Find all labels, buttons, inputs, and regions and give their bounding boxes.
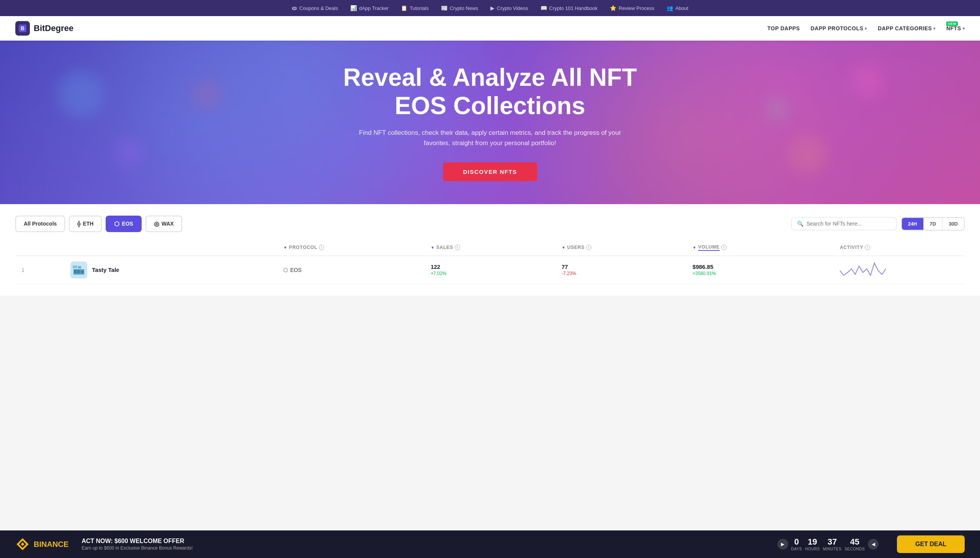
nft-name: Tasty Tale [92,267,119,273]
nft-thumbnail [70,262,87,279]
handbook-icon: 📖 [540,5,547,11]
dapp-protocols-chevron: ▾ [865,26,867,31]
svg-text:B: B [21,25,25,31]
users-info-icon[interactable]: i [586,245,591,250]
volume-info-icon[interactable]: i [721,245,726,250]
main-nav: B BitDegree TOP DAPPS DAPP PROTOCOLS ▾ D… [0,16,980,41]
nav-nfts[interactable]: NEW NFTS ▾ [946,25,965,31]
review-icon: ⭐ [610,5,616,11]
filter-wax[interactable]: ◎ WAX [146,216,182,232]
th-volume[interactable]: ▼ VOLUME i [686,240,834,256]
nft-table: ▼ PROTOCOL i ▼ SALES i ▼ USERS [15,240,965,284]
table-body: 1 Tasty Tale⬡EOS122+7.02%77-7.23%$986.85… [15,256,965,284]
hero-section: Reveal & Analyze All NFTEOS Collections … [0,41,980,204]
search-icon: 🔍 [797,221,803,227]
nav-dapp-protocols[interactable]: DAPP PROTOCOLS ▾ [810,25,867,31]
hero-title: Reveal & Analyze All NFTEOS Collections [343,64,636,120]
dapp-tracker-icon: 📊 [350,5,357,11]
controls-row: All Protocols ⟠ ETH ⬡ EOS ◎ WAX 🔍 24H [15,216,965,232]
top-nav: 🎟 Coupons & Deals 📊 dApp Tracker 📋 Tutor… [0,0,980,16]
filter-all-protocols[interactable]: All Protocols [15,216,65,232]
sales-sort-icon: ▼ [431,246,435,250]
nav-review-process[interactable]: ⭐ Review Process [610,5,654,11]
nav-about-label: About [675,5,688,11]
hero-bubble-3 [115,139,142,166]
right-controls: 🔍 24H 7D 30D [791,217,965,231]
logo-icon: B [15,21,30,36]
hero-bubble-4 [789,135,827,174]
nav-tutorials[interactable]: 📋 Tutorials [401,5,429,11]
svg-rect-8 [81,271,83,273]
time-btn-24h[interactable]: 24H [902,218,924,230]
protocol-filters: All Protocols ⟠ ETH ⬡ EOS ◎ WAX [15,216,182,232]
volume-sort-icon: ▼ [692,246,697,250]
sales-info-icon[interactable]: i [455,245,460,250]
filter-eos[interactable]: ⬡ EOS [106,216,142,232]
hero-bubble-1 [57,71,103,117]
th-name [64,240,277,256]
th-activity: ACTIVITY i [834,240,965,256]
hero-bubble-5 [766,98,789,121]
table-header: ▼ PROTOCOL i ▼ SALES i ▼ USERS [15,240,965,256]
time-btn-7d[interactable]: 7D [924,218,943,230]
eos-protocol-icon: ⬡ [283,267,288,273]
discover-nfts-button[interactable]: DISCOVER NFTS [443,162,537,181]
row-users: 77-7.23% [555,256,686,284]
coupons-icon: 🎟 [292,5,297,11]
nav-dapp-tracker[interactable]: 📊 dApp Tracker [350,5,389,11]
nav-dapp-tracker-label: dApp Tracker [359,5,389,11]
dapp-categories-chevron: ▾ [933,26,936,31]
nav-crypto-videos-label: Crypto Videos [497,5,528,11]
row-volume: $986.85+3580.91% [686,256,834,284]
crypto-news-icon: 📰 [441,5,448,11]
hero-bubble-2 [850,64,884,98]
row-name: Tasty Tale [64,256,277,284]
row-rank: 1 [15,256,64,284]
nav-crypto-news[interactable]: 📰 Crypto News [441,5,478,11]
tutorials-icon: 📋 [401,5,407,11]
table-row[interactable]: 1 Tasty Tale⬡EOS122+7.02%77-7.23%$986.85… [15,256,965,284]
svg-rect-3 [73,266,77,269]
time-filter: 24H 7D 30D [901,217,965,231]
crypto-videos-icon: ▶ [490,5,494,11]
nav-about[interactable]: 👥 About [666,5,688,11]
nav-coupons-label: Coupons & Deals [299,5,338,11]
th-users[interactable]: ▼ USERS i [555,240,686,256]
nav-crypto-news-label: Crypto News [450,5,478,11]
svg-rect-6 [74,270,77,273]
nfts-chevron: ▾ [963,26,965,31]
sparkline [840,262,886,277]
nav-dapp-categories[interactable]: DAPP CATEGORIES ▾ [878,25,936,31]
about-icon: 👥 [666,5,673,11]
row-activity [834,256,965,284]
nav-crypto-handbook[interactable]: 📖 Crypto 101 Handbook [540,5,597,11]
hero-bubble-6 [191,79,222,110]
nav-top-dapps[interactable]: TOP DAPPS [767,25,800,31]
nav-coupons[interactable]: 🎟 Coupons & Deals [292,5,338,11]
row-protocol: ⬡EOS [277,256,425,284]
content-section: All Protocols ⟠ ETH ⬡ EOS ◎ WAX 🔍 24H [0,204,980,295]
eos-filter-icon: ⬡ [114,220,119,228]
logo-name: BitDegree [34,23,74,33]
th-sales[interactable]: ▼ SALES i [425,240,555,256]
time-btn-30d[interactable]: 30D [942,218,964,230]
protocol-info-icon[interactable]: i [319,245,324,250]
row-sales: 122+7.02% [425,256,555,284]
new-badge: NEW [946,21,958,26]
th-rank [15,240,64,256]
search-input[interactable] [807,221,891,227]
search-box: 🔍 [791,217,897,230]
hero-subtitle: Find NFT collections, check their data, … [348,128,632,148]
nav-review-process-label: Review Process [618,5,654,11]
activity-info-icon[interactable]: i [865,245,870,250]
nav-crypto-videos[interactable]: ▶ Crypto Videos [490,5,528,11]
eth-icon: ⟠ [77,220,80,228]
protocol-sort-icon: ▼ [283,246,288,250]
main-nav-links: TOP DAPPS DAPP PROTOCOLS ▾ DAPP CATEGORI… [767,25,965,31]
wax-icon: ◎ [154,220,159,228]
logo[interactable]: B BitDegree [15,21,74,36]
th-protocol[interactable]: ▼ PROTOCOL i [277,240,425,256]
filter-eth[interactable]: ⟠ ETH [69,216,102,232]
users-sort-icon: ▼ [561,246,566,250]
nav-tutorials-label: Tutorials [410,5,429,11]
